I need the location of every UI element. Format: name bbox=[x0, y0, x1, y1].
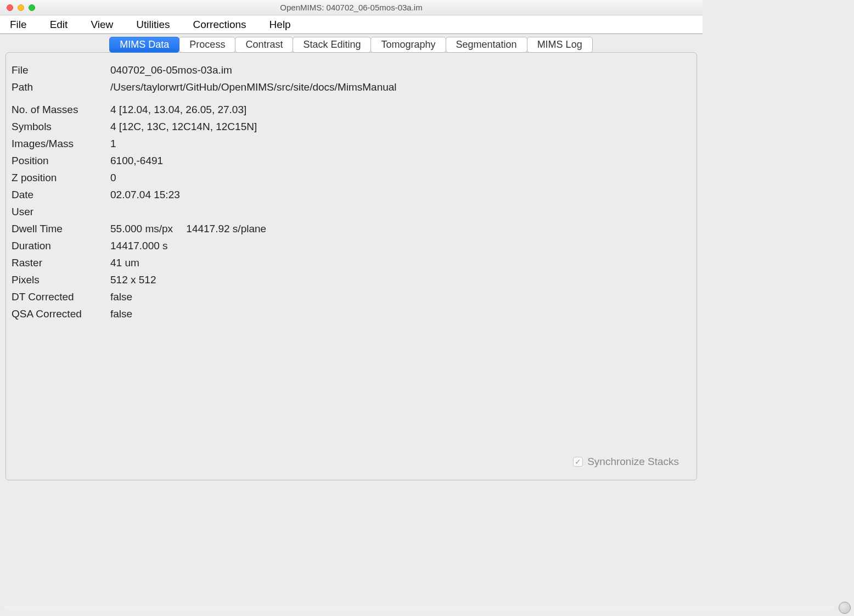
close-icon[interactable] bbox=[7, 4, 13, 11]
value-pixels: 512 x 512 bbox=[110, 275, 691, 285]
menu-file[interactable]: File bbox=[4, 15, 37, 34]
menu-edit[interactable]: Edit bbox=[44, 15, 78, 34]
tab-contrast[interactable]: Contrast bbox=[235, 37, 293, 53]
menu-help[interactable]: Help bbox=[264, 15, 301, 34]
value-dwell: 55.000 ms/px 14417.92 s/plane bbox=[110, 223, 691, 234]
label-symbols: Symbols bbox=[12, 121, 110, 132]
value-date: 02.07.04 15:23 bbox=[110, 189, 691, 200]
value-user bbox=[110, 206, 691, 217]
label-dt-corrected: DT Corrected bbox=[12, 292, 110, 302]
menu-utilities[interactable]: Utilities bbox=[131, 15, 179, 34]
label-position: Position bbox=[12, 155, 110, 166]
row-zposition: Z position 0 bbox=[12, 172, 691, 183]
row-position: Position 6100,-6491 bbox=[12, 155, 691, 166]
window-title: OpenMIMS: 040702_06-05mos-03a.im bbox=[0, 3, 703, 12]
menu-view[interactable]: View bbox=[85, 15, 123, 34]
value-duration: 14417.000 s bbox=[110, 240, 691, 251]
label-duration: Duration bbox=[12, 240, 110, 251]
label-date: Date bbox=[12, 189, 110, 200]
value-masses: 4 [12.04, 13.04, 26.05, 27.03] bbox=[110, 104, 691, 115]
tabbar: MIMS Data Process Contrast Stack Editing… bbox=[5, 37, 697, 53]
value-images: 1 bbox=[110, 138, 691, 149]
row-dwell: Dwell Time 55.000 ms/px 14417.92 s/plane bbox=[12, 223, 691, 234]
row-duration: Duration 14417.000 s bbox=[12, 240, 691, 251]
row-masses: No. of Masses 4 [12.04, 13.04, 26.05, 27… bbox=[12, 104, 691, 115]
info-panel: File 040702_06-05mos-03a.im Path /Users/… bbox=[5, 52, 697, 480]
value-file: 040702_06-05mos-03a.im bbox=[110, 65, 691, 75]
row-symbols: Symbols 4 [12C, 13C, 12C14N, 12C15N] bbox=[12, 121, 691, 132]
label-zposition: Z position bbox=[12, 172, 110, 183]
label-images: Images/Mass bbox=[12, 138, 110, 149]
sync-label: Synchronize Stacks bbox=[587, 456, 679, 468]
menu-corrections[interactable]: Corrections bbox=[187, 15, 256, 34]
tab-stack-editing[interactable]: Stack Editing bbox=[293, 37, 371, 53]
value-path: /Users/taylorwrt/GitHub/OpenMIMS/src/sit… bbox=[110, 82, 691, 92]
value-dt-corrected: false bbox=[110, 292, 691, 302]
label-file: File bbox=[12, 65, 110, 75]
checkbox-icon[interactable]: ✓ bbox=[573, 457, 583, 467]
value-symbols: 4 [12C, 13C, 12C14N, 12C15N] bbox=[110, 121, 691, 132]
row-path: Path /Users/taylorwrt/GitHub/OpenMIMS/sr… bbox=[12, 82, 691, 92]
synchronize-stacks[interactable]: ✓ Synchronize Stacks bbox=[573, 456, 679, 468]
value-raster: 41 um bbox=[110, 257, 691, 268]
tab-process[interactable]: Process bbox=[179, 37, 235, 53]
menubar: File Edit View Utilities Corrections Hel… bbox=[0, 15, 703, 34]
main-area: MIMS Data Process Contrast Stack Editing… bbox=[0, 34, 703, 480]
maximize-icon[interactable] bbox=[29, 4, 35, 11]
row-qsa-corrected: QSA Corrected false bbox=[12, 309, 691, 319]
window-controls bbox=[0, 4, 35, 11]
value-qsa-corrected: false bbox=[110, 309, 691, 319]
label-raster: Raster bbox=[12, 257, 110, 268]
value-zposition: 0 bbox=[110, 172, 691, 183]
row-raster: Raster 41 um bbox=[12, 257, 691, 268]
label-dwell: Dwell Time bbox=[12, 223, 110, 234]
label-path: Path bbox=[12, 82, 110, 92]
row-dt-corrected: DT Corrected false bbox=[12, 292, 691, 302]
row-pixels: Pixels 512 x 512 bbox=[12, 275, 691, 285]
row-date: Date 02.07.04 15:23 bbox=[12, 189, 691, 200]
row-user: User bbox=[12, 206, 691, 217]
label-masses: No. of Masses bbox=[12, 104, 110, 115]
row-images: Images/Mass 1 bbox=[12, 138, 691, 149]
tab-mims-data[interactable]: MIMS Data bbox=[109, 37, 179, 53]
tab-tomography[interactable]: Tomography bbox=[370, 37, 446, 53]
titlebar: OpenMIMS: 040702_06-05mos-03a.im bbox=[0, 0, 703, 15]
label-qsa-corrected: QSA Corrected bbox=[12, 309, 110, 319]
label-pixels: Pixels bbox=[12, 275, 110, 285]
row-file: File 040702_06-05mos-03a.im bbox=[12, 65, 691, 75]
minimize-icon[interactable] bbox=[18, 4, 24, 11]
tab-mims-log[interactable]: MIMS Log bbox=[527, 37, 593, 53]
label-user: User bbox=[12, 206, 110, 217]
value-position: 6100,-6491 bbox=[110, 155, 691, 166]
tab-segmentation[interactable]: Segmentation bbox=[446, 37, 527, 53]
